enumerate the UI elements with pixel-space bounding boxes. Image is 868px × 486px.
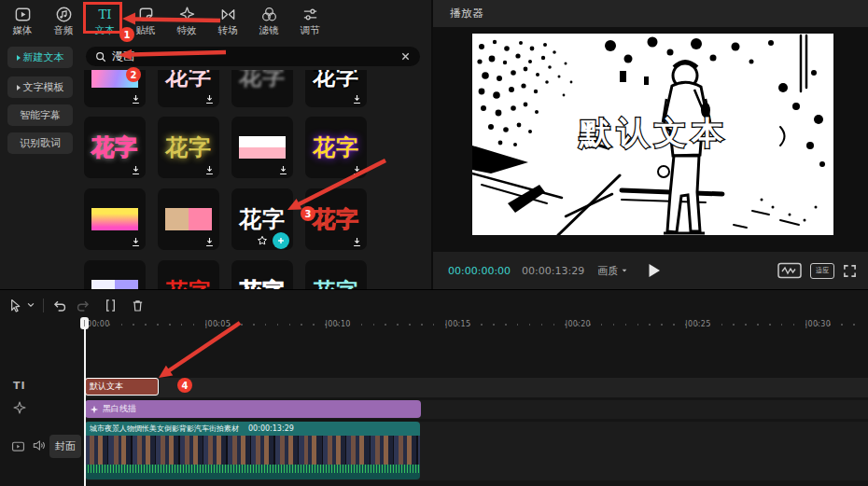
- sidebar-item-label: 新建文本: [23, 50, 64, 64]
- play-button[interactable]: [648, 263, 661, 278]
- favorite-star-icon[interactable]: [257, 235, 268, 246]
- adjust-icon: [301, 6, 319, 23]
- sidebar-item-4[interactable]: 识别歌词: [7, 132, 73, 154]
- download-icon[interactable]: [204, 94, 215, 104]
- arrow-right-icon: [17, 55, 21, 61]
- sidebar-item-label: 智能字幕: [20, 108, 61, 122]
- sidebar-item-3[interactable]: 智能字幕: [7, 104, 73, 126]
- split-icon[interactable]: [103, 298, 119, 313]
- filter-icon: [260, 6, 278, 23]
- text-style-sample: 花字: [239, 280, 286, 289]
- download-icon[interactable]: [204, 165, 215, 175]
- cover-button[interactable]: 封面: [49, 435, 81, 458]
- video-clip[interactable]: 城市夜景人物惆怅美女倒影背影汽车街拍素材 00:00:13:29: [85, 422, 420, 479]
- audio-icon: [55, 6, 73, 23]
- download-icon[interactable]: [131, 165, 141, 175]
- tab-audio[interactable]: 音频: [43, 0, 84, 39]
- search-query: 漫画: [112, 49, 134, 64]
- download-icon[interactable]: [352, 165, 362, 175]
- tab-effects[interactable]: 特效: [166, 0, 207, 39]
- fullscreen-icon[interactable]: [843, 264, 857, 278]
- chevron-down-icon[interactable]: [26, 300, 35, 310]
- waveform-icon[interactable]: [777, 262, 802, 279]
- media-library-panel: 媒体音频TI文本贴纸特效转场滤镜调节 新建文本文字模板智能字幕识别歌词 漫画 花…: [0, 0, 431, 289]
- download-icon[interactable]: [278, 165, 288, 175]
- sidebar-item-2[interactable]: 文字模板: [7, 76, 73, 98]
- ruler-label: 00:00: [87, 320, 110, 328]
- tab-label: 特效: [177, 25, 197, 35]
- text-style-tile[interactable]: 花字: [231, 188, 293, 250]
- ruler-label: |00:20: [565, 320, 591, 328]
- text-style-sample: 花字: [313, 136, 359, 159]
- tab-label: 调节: [301, 25, 320, 35]
- text-style-tile[interactable]: 花字: [305, 188, 367, 250]
- text-clip[interactable]: 默认文本: [85, 378, 159, 396]
- player-controls: 00:00:00:00 00:00:13:29 画质 适应: [433, 252, 868, 289]
- download-icon[interactable]: [352, 94, 362, 104]
- sidebar-item-1[interactable]: 新建文本: [7, 47, 73, 68]
- tab-adjust[interactable]: 调节: [289, 0, 330, 39]
- text-style-sample: 花字: [91, 208, 138, 230]
- video-filmstrip: [85, 436, 420, 465]
- text-style-sample: 花字: [165, 70, 212, 88]
- video-area: 默认文本: [433, 27, 868, 252]
- timeline-toolbar: [7, 295, 146, 315]
- text-style-tile[interactable]: 花字: [231, 70, 293, 107]
- fit-icon[interactable]: 适应: [810, 263, 834, 279]
- text-style-tile[interactable]: 花字: [231, 117, 293, 178]
- text-style-tile[interactable]: 花字: [305, 70, 367, 107]
- effect-icon: [90, 405, 99, 414]
- tab-label: 贴纸: [136, 25, 156, 35]
- text-style-tile[interactable]: 花字: [158, 260, 219, 289]
- text-style-tile[interactable]: 花字: [84, 260, 146, 289]
- text-style-tile[interactable]: 花字: [158, 117, 219, 178]
- player-header: 播放器: [433, 0, 868, 27]
- speaker-icon[interactable]: [32, 438, 46, 452]
- select-tool-icon[interactable]: [7, 298, 23, 313]
- search-input[interactable]: 漫画: [86, 47, 420, 66]
- tab-media[interactable]: 媒体: [2, 0, 43, 39]
- download-icon[interactable]: [352, 237, 362, 247]
- undo-icon[interactable]: [51, 298, 67, 313]
- ruler-label: |00:30: [805, 320, 832, 328]
- text-style-sample: 花字: [239, 70, 286, 88]
- download-icon[interactable]: [131, 94, 141, 104]
- effect-clip[interactable]: 黑白线描: [85, 400, 421, 418]
- text-style-sample: 花字: [313, 280, 359, 289]
- text-sidebar: 新建文本文字模板智能字幕识别歌词: [0, 39, 79, 289]
- video-preview[interactable]: 默认文本: [472, 34, 833, 235]
- tab-filter[interactable]: 滤镜: [248, 0, 289, 39]
- quality-dropdown[interactable]: 画质: [597, 264, 628, 278]
- media-icon: [14, 6, 32, 23]
- toolbar-divider: [43, 299, 44, 312]
- current-time: 00:00:00:00: [448, 265, 511, 277]
- video-preview-sketch: 默认文本: [472, 34, 833, 235]
- step-badge-2: 2: [126, 67, 141, 82]
- top-toolbar: 媒体音频TI文本贴纸特效转场滤镜调节: [2, 0, 330, 39]
- tab-label: 转场: [218, 25, 238, 35]
- step-badge-1: 1: [119, 27, 134, 42]
- text-style-sample: 花字: [91, 136, 138, 159]
- tab-transition[interactable]: 转场: [207, 0, 248, 39]
- delete-icon[interactable]: [130, 298, 146, 313]
- text-style-tile[interactable]: 花字: [305, 260, 367, 289]
- add-to-track-button[interactable]: [273, 232, 289, 249]
- text-style-sample: 花字: [165, 280, 212, 289]
- text-style-tile[interactable]: 花字: [231, 260, 293, 289]
- download-icon[interactable]: [131, 237, 141, 247]
- text-style-tile[interactable]: 花字: [158, 70, 219, 107]
- redo-icon[interactable]: [76, 298, 91, 313]
- ruler[interactable]: 00:00|00:05|00:10|00:15|00:20|00:25|00:3…: [85, 319, 864, 331]
- text-style-tile[interactable]: 花字: [305, 117, 367, 178]
- download-icon[interactable]: [204, 237, 215, 247]
- video-clip-duration: 00:00:13:29: [248, 424, 294, 433]
- default-text-overlay[interactable]: 默认文本: [578, 114, 729, 151]
- text-style-tile[interactable]: 花字: [84, 188, 146, 250]
- close-icon[interactable]: [400, 51, 411, 62]
- text-style-grid: 花字花字花字花字花字花字花字花字花字花字花字花字花字花字花字花字: [79, 70, 431, 289]
- annotation-highlight-box: [83, 2, 122, 34]
- text-style-tile[interactable]: 花字: [84, 117, 146, 178]
- text-style-sample: 花字: [165, 208, 212, 230]
- text-style-tile[interactable]: 花字: [158, 188, 219, 250]
- video-clip-name: 城市夜景人物惆怅美女倒影背影汽车街拍素材: [90, 424, 239, 434]
